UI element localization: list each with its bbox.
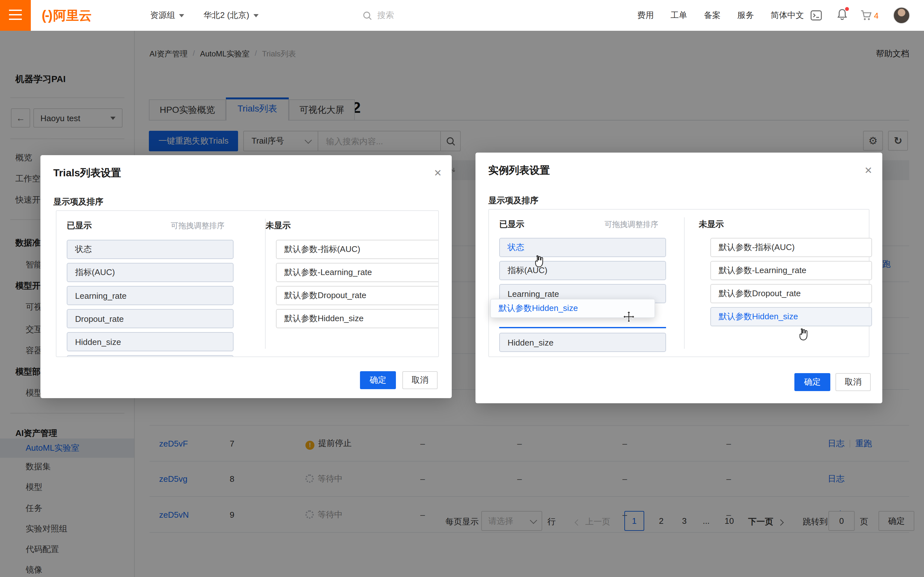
shown-column-header: 已显示 bbox=[499, 219, 524, 230]
modal-section-label: 显示项及排序 bbox=[53, 196, 103, 208]
shown-item-hidden-size[interactable]: Hidden_size bbox=[499, 333, 666, 352]
chevron-down-icon bbox=[253, 14, 258, 17]
header-link-language[interactable]: 简体中文 bbox=[771, 10, 804, 21]
modal-cancel-button[interactable]: 取消 bbox=[402, 371, 438, 389]
aliyun-logo[interactable]: (-) 阿里云 bbox=[42, 0, 92, 31]
header-link-fee[interactable]: 费用 bbox=[637, 10, 654, 21]
column-item[interactable]: 默认参数-Learning_rate bbox=[710, 261, 872, 280]
close-icon[interactable]: ✕ bbox=[864, 165, 872, 175]
pai-console: (-) 阿里云 资源组 华北2 (北京) 搜索 费用 工单 备案 服务 简体中文 bbox=[0, 0, 924, 577]
drag-hint: 可拖拽调整排序 bbox=[171, 221, 225, 231]
global-search-placeholder: 搜索 bbox=[377, 10, 394, 21]
header-link-icp[interactable]: 备案 bbox=[704, 10, 720, 21]
close-icon[interactable]: ✕ bbox=[434, 168, 442, 177]
notification-bell-icon[interactable] bbox=[837, 0, 848, 31]
drop-indicator-line bbox=[499, 327, 666, 328]
column-item[interactable]: 默认参数Dropout_rate bbox=[710, 284, 872, 303]
column-item[interactable]: 指标(AUC) bbox=[67, 263, 234, 282]
column-item[interactable]: 默认参数Hidden_size bbox=[276, 309, 439, 328]
column-item[interactable]: 状态 bbox=[67, 240, 234, 259]
modal-ok-button[interactable]: 确定 bbox=[795, 373, 830, 391]
columns-box: 已显示 可拖拽调整排序 未显示 状态指标(AUC)Learning_rateDr… bbox=[56, 210, 439, 357]
aliyun-logo-text: 阿里云 bbox=[53, 7, 92, 24]
drag-hint: 可拖拽调整排序 bbox=[604, 219, 658, 230]
modal-ok-button[interactable]: 确定 bbox=[360, 371, 396, 389]
top-header: (-) 阿里云 资源组 华北2 (北京) 搜索 费用 工单 备案 服务 简体中文 bbox=[0, 0, 924, 31]
notification-dot bbox=[845, 7, 849, 11]
cart-count-badge: 4 bbox=[874, 11, 879, 20]
column-item[interactable]: 默认参数-Learning_rate bbox=[276, 263, 439, 282]
aliyun-logo-mark: (-) bbox=[42, 8, 51, 23]
column-item[interactable]: Hidden_size bbox=[67, 332, 234, 351]
user-avatar[interactable] bbox=[893, 0, 910, 31]
modal-cancel-button[interactable]: 取消 bbox=[835, 373, 871, 391]
instance-list-settings-modal: 实例列表设置 ✕ 显示项及排序 已显示 可拖拽调整排序 未显示 状态 指标(AU… bbox=[475, 153, 882, 403]
hidden-column-header: 未显示 bbox=[699, 219, 724, 230]
header-link-ticket[interactable]: 工单 bbox=[670, 10, 687, 21]
modal-title: 实例列表设置 bbox=[488, 164, 550, 177]
hidden-column-header: 未显示 bbox=[266, 220, 291, 231]
column-item[interactable]: Learning_rate bbox=[67, 286, 234, 305]
shown-item-auc[interactable]: 指标(AUC) bbox=[499, 261, 666, 280]
shown-column-header: 已显示 bbox=[67, 220, 92, 231]
columns-box: 已显示 可拖拽调整排序 未显示 状态 指标(AUC) Learning_rate… bbox=[488, 209, 869, 357]
shown-item-status[interactable]: 状态 bbox=[499, 238, 666, 257]
divider bbox=[684, 218, 685, 349]
modal-title: Trials列表设置 bbox=[53, 167, 121, 180]
dragging-item[interactable]: 默认参数Hidden_size bbox=[490, 299, 655, 318]
chevron-down-icon bbox=[179, 14, 184, 17]
clipped-shown-item[interactable] bbox=[67, 355, 234, 357]
search-icon bbox=[363, 11, 372, 20]
resource-group-dropdown[interactable]: 资源组 bbox=[150, 0, 184, 31]
header-links: 费用 工单 备案 服务 简体中文 bbox=[637, 0, 804, 31]
cart-icon[interactable]: 4 bbox=[860, 0, 879, 31]
global-search[interactable]: 搜索 bbox=[363, 0, 394, 31]
hamburger-menu-icon[interactable] bbox=[0, 0, 31, 31]
column-item[interactable]: Dropout_rate bbox=[67, 309, 234, 328]
cloud-shell-icon[interactable] bbox=[811, 0, 822, 31]
divider bbox=[265, 219, 266, 349]
header-link-service[interactable]: 服务 bbox=[737, 10, 754, 21]
trials-list-settings-modal: Trials列表设置 ✕ 显示项及排序 已显示 可拖拽调整排序 未显示 状态指标… bbox=[40, 155, 452, 398]
column-item[interactable]: 默认参数Dropout_rate bbox=[276, 286, 439, 305]
column-item[interactable]: 默认参数-指标(AUC) bbox=[710, 238, 872, 257]
column-item[interactable]: 默认参数Hidden_size bbox=[710, 307, 872, 326]
column-item[interactable]: 默认参数-指标(AUC) bbox=[276, 240, 439, 259]
region-dropdown[interactable]: 华北2 (北京) bbox=[204, 0, 258, 31]
modal-section-label: 显示项及排序 bbox=[488, 195, 538, 206]
